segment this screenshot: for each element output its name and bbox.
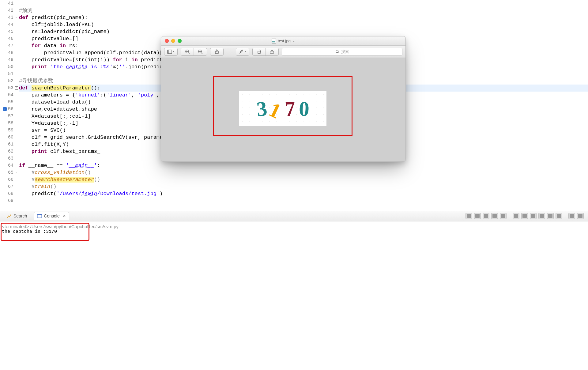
code-line[interactable]: predict('/Users/iswin/Downloads/test.jpg… bbox=[19, 190, 588, 197]
svg-rect-2 bbox=[168, 50, 172, 54]
code-line[interactable]: rs=loadPreidict(pic_name) bbox=[19, 28, 588, 35]
line-number: 43 bbox=[0, 14, 13, 21]
line-number: 64 bbox=[0, 162, 13, 169]
line-number: 45 bbox=[0, 28, 13, 35]
display-button[interactable] bbox=[530, 213, 537, 219]
console-stdout-line: the captcha is :3170 bbox=[2, 229, 586, 234]
relaunch-button[interactable] bbox=[491, 213, 498, 219]
window-title-text: test.jpg bbox=[278, 39, 291, 43]
scroll-lock-button[interactable] bbox=[513, 213, 519, 219]
highlight-icon bbox=[239, 49, 244, 54]
line-number: 52 bbox=[0, 77, 13, 85]
document-icon bbox=[272, 39, 276, 43]
separator bbox=[564, 213, 567, 219]
line-number: 48 bbox=[0, 49, 13, 56]
svg-line-5 bbox=[188, 53, 190, 54]
zoom-segment bbox=[181, 48, 207, 56]
maximize-view-button[interactable] bbox=[577, 213, 584, 219]
close-icon[interactable]: ✕ bbox=[63, 214, 66, 218]
fold-toggle[interactable]: − bbox=[15, 86, 18, 90]
share-icon bbox=[214, 49, 219, 54]
info-marker-icon[interactable]: i bbox=[3, 107, 7, 111]
toggle-button[interactable] bbox=[556, 213, 562, 219]
minimize-view-button[interactable] bbox=[568, 213, 575, 219]
fold-toggle[interactable]: − bbox=[15, 171, 18, 174]
view-mode-button[interactable]: ▾ bbox=[164, 48, 177, 55]
search-icon bbox=[335, 50, 339, 54]
zoom-in-icon bbox=[198, 49, 203, 54]
svg-line-16 bbox=[338, 52, 339, 53]
code-line[interactable]: def predict(pic_name): bbox=[19, 14, 588, 21]
window-title[interactable]: test.jpg ⌄ bbox=[161, 39, 405, 43]
zoom-out-icon bbox=[185, 49, 190, 54]
captcha-char-3: 0 bbox=[298, 98, 309, 119]
remove-all-button[interactable] bbox=[483, 213, 489, 219]
console-icon bbox=[37, 213, 42, 218]
code-line[interactable] bbox=[19, 197, 588, 204]
search-placeholder: 搜索 bbox=[341, 49, 349, 55]
preview-canvas[interactable]: 3 1 7 0 bbox=[161, 58, 405, 161]
captcha-image: 3 1 7 0 bbox=[239, 91, 326, 126]
views-tab-bar: Search Console ✕ bbox=[0, 211, 588, 221]
console-output[interactable]: <terminated> /Users/iswin/python/CapchaR… bbox=[0, 221, 588, 370]
fold-toggle[interactable]: − bbox=[15, 16, 18, 19]
code-line[interactable]: #cross_validation() bbox=[19, 169, 588, 176]
clear-button[interactable] bbox=[500, 213, 507, 219]
line-number: 68 bbox=[0, 190, 13, 197]
highlight-button[interactable]: ▾ bbox=[236, 48, 249, 55]
line-number: 50 bbox=[0, 63, 13, 70]
line-number: 49 bbox=[0, 56, 13, 63]
line-number: 61 bbox=[0, 141, 13, 148]
rotate-button[interactable] bbox=[253, 48, 266, 55]
line-number: 60 bbox=[0, 134, 13, 141]
markup-toolbar-button[interactable] bbox=[266, 48, 278, 55]
console-toolbar bbox=[466, 213, 588, 219]
line-number: 44 bbox=[0, 21, 13, 28]
chevron-down-icon: ▾ bbox=[244, 50, 246, 53]
line-number: 66 bbox=[0, 176, 13, 183]
search-input[interactable]: 搜索 bbox=[282, 48, 402, 56]
code-line[interactable]: #预测 bbox=[19, 7, 588, 14]
rotate-icon bbox=[257, 49, 262, 54]
rotate-segment bbox=[252, 48, 279, 56]
preview-window[interactable]: test.jpg ⌄ ▾ ▾ bbox=[161, 36, 406, 162]
sidebar-view-segment[interactable]: ▾ bbox=[164, 48, 178, 56]
open-console-button[interactable] bbox=[538, 213, 545, 219]
svg-rect-14 bbox=[270, 51, 274, 53]
line-number: 67 bbox=[0, 183, 13, 190]
chevron-down-icon: ⌄ bbox=[292, 39, 295, 43]
stop-button[interactable] bbox=[466, 213, 472, 219]
svg-rect-13 bbox=[258, 51, 260, 54]
zoom-out-button[interactable] bbox=[181, 48, 194, 55]
line-number: 58 bbox=[0, 120, 13, 127]
tab-search[interactable]: Search bbox=[4, 212, 30, 220]
line-number: 55 bbox=[0, 99, 13, 106]
chevron-down-icon: ▾ bbox=[173, 50, 174, 53]
show-console-button[interactable] bbox=[547, 213, 554, 219]
sidebar-icon bbox=[167, 49, 172, 54]
annotation-highlight-image: 3 1 7 0 bbox=[213, 76, 352, 136]
captcha-char-2: 7 bbox=[284, 98, 296, 119]
share-button[interactable] bbox=[210, 48, 224, 56]
code-line[interactable]: if __name__ == '__main__': bbox=[19, 162, 588, 169]
line-number: 65 bbox=[0, 169, 13, 176]
code-line[interactable]: clf=joblib.load(PKL) bbox=[19, 21, 588, 28]
line-number: 57 bbox=[0, 113, 13, 120]
tab-console[interactable]: Console ✕ bbox=[34, 212, 69, 220]
svg-line-8 bbox=[201, 53, 202, 54]
line-number: 56 bbox=[0, 106, 13, 113]
line-number: 53 bbox=[0, 85, 13, 92]
line-number: 63 bbox=[0, 155, 13, 162]
window-titlebar[interactable]: test.jpg ⌄ bbox=[161, 36, 405, 46]
captcha-char-1: 1 bbox=[266, 99, 284, 122]
remove-launch-button[interactable] bbox=[474, 213, 481, 219]
zoom-in-button[interactable] bbox=[194, 48, 207, 55]
svg-point-15 bbox=[336, 50, 338, 53]
code-line[interactable]: #searchBestParameter() bbox=[19, 176, 588, 183]
code-line[interactable]: #train() bbox=[19, 183, 588, 190]
code-line[interactable] bbox=[19, 0, 588, 7]
pin-button[interactable] bbox=[521, 213, 528, 219]
markup-segment[interactable]: ▾ bbox=[236, 48, 249, 56]
line-number: 69 bbox=[0, 197, 13, 204]
line-number: 59 bbox=[0, 127, 13, 134]
